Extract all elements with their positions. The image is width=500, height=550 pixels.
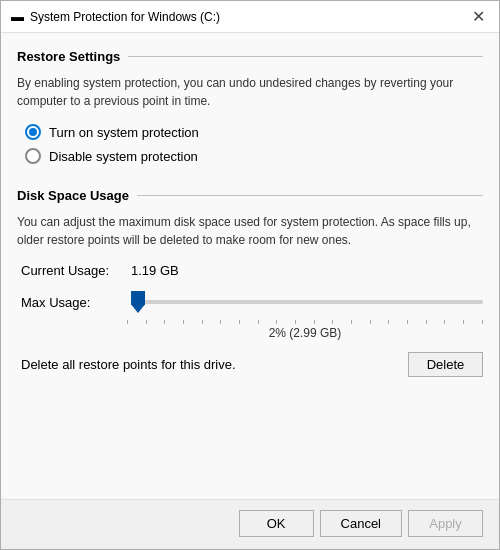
apply-button[interactable]: Apply xyxy=(408,510,483,537)
slider-ticks xyxy=(17,320,483,324)
tick xyxy=(276,320,277,324)
current-usage-label: Current Usage: xyxy=(21,263,131,278)
restore-divider xyxy=(128,56,483,57)
dialog-title: System Protection for Windows (C:) xyxy=(30,10,220,24)
disk-divider xyxy=(137,195,483,196)
radio-circle-off xyxy=(25,148,41,164)
max-usage-row: Max Usage: xyxy=(17,288,483,316)
slider-wrapper xyxy=(131,288,483,316)
tick xyxy=(314,320,315,324)
max-usage-label: Max Usage: xyxy=(21,295,131,310)
title-bar-icon: ▬ xyxy=(11,9,24,24)
radio-label-off: Disable system protection xyxy=(49,149,198,164)
delete-description: Delete all restore points for this drive… xyxy=(21,357,236,372)
tick xyxy=(463,320,464,324)
radio-turn-on[interactable]: Turn on system protection xyxy=(25,124,483,140)
title-bar-left: ▬ System Protection for Windows (C:) xyxy=(11,9,220,24)
tick xyxy=(146,320,147,324)
tick xyxy=(332,320,333,324)
slider-thumb[interactable] xyxy=(131,291,145,313)
tick xyxy=(426,320,427,324)
tick xyxy=(444,320,445,324)
delete-row: Delete all restore points for this drive… xyxy=(17,352,483,377)
tick xyxy=(183,320,184,324)
protection-options: Turn on system protection Disable system… xyxy=(17,124,483,164)
tick xyxy=(482,320,483,324)
current-usage-row: Current Usage: 1.19 GB xyxy=(17,263,483,278)
slider-track xyxy=(131,300,483,304)
main-content: Restore Settings By enabling system prot… xyxy=(1,33,499,499)
tick xyxy=(239,320,240,324)
close-button[interactable]: ✕ xyxy=(467,6,489,28)
disk-usage-header: Disk Space Usage xyxy=(17,188,483,203)
delete-button[interactable]: Delete xyxy=(408,352,483,377)
radio-disable[interactable]: Disable system protection xyxy=(25,148,483,164)
tick xyxy=(370,320,371,324)
tick xyxy=(258,320,259,324)
disk-space-section: Disk Space Usage You can adjust the maxi… xyxy=(17,188,483,381)
disk-description: You can adjust the maximum disk space us… xyxy=(17,213,483,249)
ok-button[interactable]: OK xyxy=(239,510,314,537)
restore-settings-title: Restore Settings xyxy=(17,49,120,64)
tick xyxy=(220,320,221,324)
tick xyxy=(202,320,203,324)
restore-settings-header: Restore Settings xyxy=(17,49,483,64)
current-usage-value: 1.19 GB xyxy=(131,263,179,278)
footer-buttons: OK Cancel Apply xyxy=(1,499,499,549)
tick xyxy=(164,320,165,324)
dialog-window: ▬ System Protection for Windows (C:) ✕ R… xyxy=(0,0,500,550)
title-bar: ▬ System Protection for Windows (C:) ✕ xyxy=(1,1,499,33)
cancel-button[interactable]: Cancel xyxy=(320,510,402,537)
slider-percent-label: 2% (2.99 GB) xyxy=(17,326,483,340)
radio-label-on: Turn on system protection xyxy=(49,125,199,140)
disk-usage-title: Disk Space Usage xyxy=(17,188,129,203)
restore-description: By enabling system protection, you can u… xyxy=(17,74,483,110)
tick xyxy=(407,320,408,324)
tick xyxy=(127,320,128,324)
tick xyxy=(388,320,389,324)
tick xyxy=(295,320,296,324)
tick xyxy=(351,320,352,324)
radio-circle-on xyxy=(25,124,41,140)
